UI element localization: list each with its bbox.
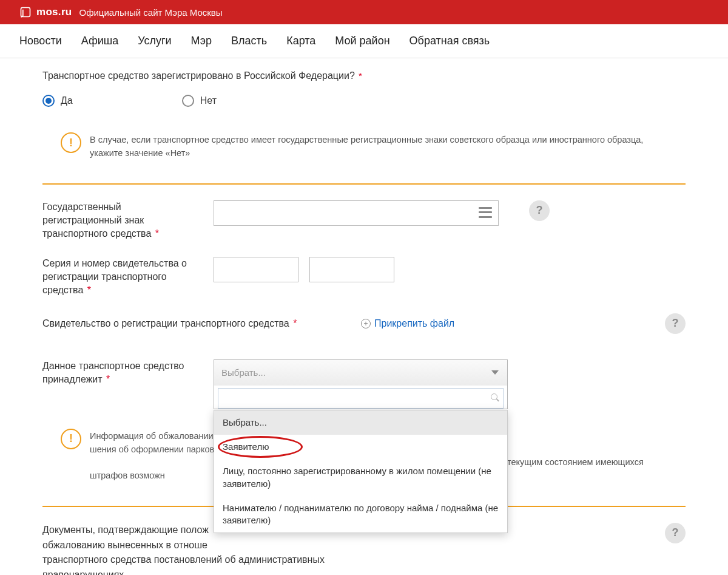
plus-icon: + [361, 319, 371, 328]
divider-orange-1 [42, 183, 686, 185]
owner-option-placeholder[interactable]: Выбрать... [214, 410, 507, 435]
radio-no-label: Нет [200, 95, 217, 106]
owner-label: Данное транспортное средство принадлежит… [42, 359, 201, 387]
docs-label-l2: обжалованию вынесенных в отноше [42, 540, 207, 550]
required-asterisk: * [293, 318, 297, 328]
warning-icon: ! [61, 429, 81, 449]
help-cert-icon[interactable]: ? [665, 313, 686, 334]
top-bar: mos.ru Официальный сайт Мэра Москвы [0, 0, 728, 24]
plate-label-text: Государственный регистрационный знак тра… [42, 202, 151, 239]
info-icon-wrap: ! [61, 132, 81, 153]
svg-rect-0 [21, 8, 30, 17]
required-asterisk: * [155, 228, 159, 239]
hamburger-icon[interactable] [479, 207, 492, 218]
cert-number-input[interactable] [309, 257, 394, 282]
chevron-down-icon [491, 369, 500, 377]
info-soviet-plates: ! В случае, если транспортное средство и… [42, 124, 686, 170]
nav-news[interactable]: Новости [19, 35, 62, 47]
plate-input[interactable] [214, 200, 499, 226]
nav-map[interactable]: Карта [286, 35, 315, 47]
owner-dropdown-search-input[interactable] [218, 389, 488, 408]
nav-feedback[interactable]: Обратная связь [410, 35, 490, 47]
nav-services[interactable]: Услуги [138, 35, 171, 47]
logo-text[interactable]: mos.ru [36, 6, 72, 18]
radio-group-registered: Да Нет [42, 95, 686, 107]
info-icon-wrap-2: ! [61, 429, 81, 449]
owner-option-applicant[interactable]: Заявителю [214, 435, 507, 459]
row-cert-series: Серия и номер свидетельства о регистраци… [42, 257, 686, 298]
owner-dropdown-placeholder: Выбрать... [221, 367, 266, 378]
row-plate: Государственный регистрационный знак тра… [42, 200, 686, 241]
nav-district[interactable]: Мой район [335, 35, 389, 47]
warning-icon: ! [61, 132, 81, 153]
cert-series-label: Серия и номер свидетельства о регистраци… [42, 257, 201, 298]
radio-yes[interactable]: Да [42, 95, 73, 107]
docs-label-l1: Документы, подтверждающие полож [42, 525, 209, 535]
question-registered: Транспортное средство зарегистрировано в… [42, 70, 686, 81]
form-page: Транспортное средство зарегистрировано в… [0, 58, 728, 575]
attach-file-button[interactable]: + Прикрепить файл [361, 318, 454, 329]
help-docs-icon[interactable]: ? [665, 523, 686, 543]
docs-label-l4: правонарушениях [42, 570, 124, 575]
nav-mayor[interactable]: Мэр [191, 35, 212, 47]
cert-doc-label: Свидетельство о регистрации транспортног… [42, 317, 349, 330]
docs-label-l3: транспортного средства постановлений об … [42, 554, 325, 565]
cert-series-label-text: Серия и номер свидетельства о регистраци… [42, 258, 187, 296]
required-asterisk: * [106, 374, 110, 384]
row-cert-doc: Свидетельство о регистрации транспортног… [42, 313, 686, 334]
logo-icon [19, 6, 32, 18]
info-appeal-t1: Информация об обжаловании [90, 431, 214, 441]
nav-government[interactable]: Власть [231, 35, 267, 47]
radio-yes-circle [42, 95, 55, 107]
required-asterisk: * [359, 70, 362, 81]
owner-option-applicant-text: Заявителю [223, 441, 269, 452]
owner-dropdown[interactable]: Выбрать... Выбрать... Заявителю Лицу, по… [214, 359, 508, 409]
owner-option-tenant[interactable]: Нанимателю / поднанимателю по договору н… [214, 496, 507, 533]
owner-dropdown-list: Выбрать... Заявителю Лицу, постоянно зар… [214, 410, 508, 534]
help-plate-icon[interactable]: ? [529, 200, 550, 221]
cert-series-input[interactable] [214, 257, 298, 282]
required-asterisk: * [87, 285, 91, 295]
question-registered-label: Транспортное средство зарегистрировано в… [42, 70, 355, 81]
radio-no-circle [182, 95, 194, 107]
owner-label-text: Данное транспортное средство принадлежит [42, 361, 184, 384]
site-tagline: Официальный сайт Мэра Москвы [79, 7, 222, 18]
attach-file-label: Прикрепить файл [374, 318, 454, 329]
owner-option-resident[interactable]: Лицу, постоянно зарегистрированному в жи… [214, 459, 507, 496]
info-soviet-text: В случае, если транспортное средство име… [90, 135, 643, 158]
owner-dropdown-search[interactable] [218, 388, 504, 409]
radio-no[interactable]: Нет [182, 95, 217, 107]
nav-afisha[interactable]: Афиша [81, 35, 119, 47]
owner-dropdown-head[interactable]: Выбрать... [214, 360, 507, 386]
radio-yes-label: Да [61, 95, 73, 106]
search-icon [491, 393, 499, 402]
cert-doc-label-text: Свидетельство о регистрации транспортног… [42, 318, 289, 328]
main-nav: Новости Афиша Услуги Мэр Власть Карта Мо… [0, 24, 728, 58]
plate-label: Государственный регистрационный знак тра… [42, 200, 201, 241]
row-owner: Данное транспортное средство принадлежит… [42, 359, 686, 409]
